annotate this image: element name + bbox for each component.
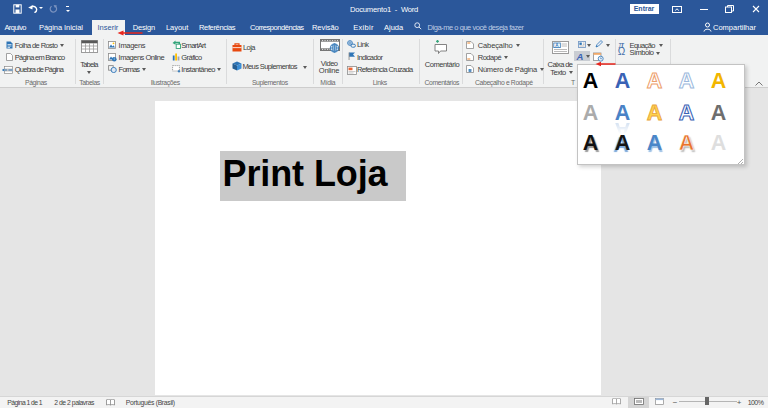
svg-text:i: i [113, 57, 114, 61]
